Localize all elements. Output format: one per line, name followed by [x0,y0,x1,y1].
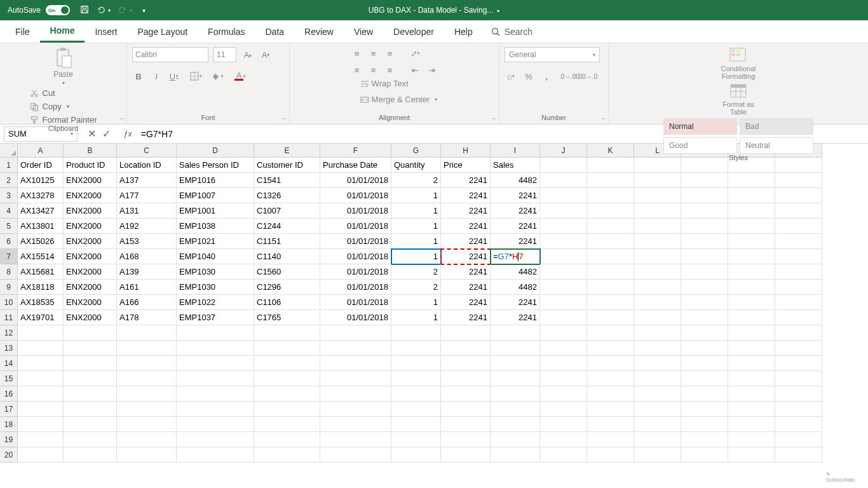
cell-E11[interactable]: C1765 [254,310,320,325]
cell-O15[interactable] [775,371,822,386]
percent-format-icon[interactable]: % [522,70,535,83]
cell-C20[interactable] [117,447,177,463]
cell-L10[interactable] [634,295,681,310]
cell-B1[interactable]: Product ID [64,158,117,173]
cell-N5[interactable] [728,219,775,234]
paste-button[interactable]: Paste ▾ [53,47,73,86]
row-header-16[interactable]: 16 [0,386,18,402]
cell-C12[interactable] [117,325,177,341]
redo-dropdown-icon[interactable]: ▾ [130,8,132,13]
cell-K16[interactable] [587,386,634,402]
cell-B3[interactable]: ENX2000 [64,188,117,203]
cell-J4[interactable] [540,203,587,219]
tab-home[interactable]: Home [40,20,85,43]
clipboard-launcher-icon[interactable]: ⌐ [121,115,124,121]
cell-E19[interactable] [254,432,320,447]
style-normal[interactable]: Normal [663,118,737,135]
cell-C14[interactable] [117,356,177,371]
cell-E2[interactable]: C1541 [254,173,320,188]
cell-H10[interactable]: 2241 [441,295,491,310]
number-format-combo[interactable]: General▾ [505,47,600,62]
cell-D6[interactable]: EMP1021 [177,234,254,249]
cell-M19[interactable] [681,432,728,447]
cell-O11[interactable] [775,310,822,325]
cell-H4[interactable]: 2241 [441,203,491,219]
cell-E3[interactable]: C1326 [254,188,320,203]
column-header-H[interactable]: H [441,144,491,158]
column-header-A[interactable]: A [18,144,64,158]
cell-H17[interactable] [441,402,491,417]
cell-F14[interactable] [320,356,391,371]
cell-B14[interactable] [64,356,117,371]
cell-D18[interactable] [177,417,254,432]
cut-button[interactable]: Cut [30,88,97,98]
cell-H11[interactable]: 2241 [441,310,491,325]
cell-H1[interactable]: Price [441,158,491,173]
cell-F18[interactable] [320,417,391,432]
cell-A7[interactable]: AX15514 [18,249,64,264]
cell-E13[interactable] [254,341,320,356]
cell-O17[interactable] [775,402,822,417]
cell-I10[interactable]: 2241 [491,295,540,310]
save-icon[interactable] [80,5,89,16]
cell-M10[interactable] [681,295,728,310]
row-header-6[interactable]: 6 [0,234,18,249]
cell-F5[interactable]: 01/01/2018 [320,219,391,234]
cell-A3[interactable]: AX13278 [18,188,64,203]
cell-G16[interactable] [391,386,441,402]
cell-N10[interactable] [728,295,775,310]
style-bad[interactable]: Bad [740,118,813,135]
cell-E15[interactable] [254,371,320,386]
cell-G8[interactable]: 2 [391,264,441,280]
cell-N13[interactable] [728,341,775,356]
cell-I16[interactable] [491,386,540,402]
cell-F4[interactable]: 01/01/2018 [320,203,391,219]
tab-view[interactable]: View [344,22,383,42]
cell-J18[interactable] [540,417,587,432]
cell-D13[interactable] [177,341,254,356]
cell-I1[interactable]: Sales [491,158,540,173]
row-header-13[interactable]: 13 [0,341,18,356]
row-header-2[interactable]: 2 [0,173,18,188]
cell-L8[interactable] [634,264,681,280]
cell-K13[interactable] [587,341,634,356]
cell-K4[interactable] [587,203,634,219]
cell-L11[interactable] [634,310,681,325]
cell-H14[interactable] [441,356,491,371]
column-header-B[interactable]: B [64,144,117,158]
cell-I17[interactable] [491,402,540,417]
cell-C19[interactable] [117,432,177,447]
redo-icon[interactable] [118,5,127,16]
format-as-table-button[interactable]: Format as Table [719,83,757,116]
cell-K2[interactable] [587,173,634,188]
cell-N16[interactable] [728,386,775,402]
cell-G3[interactable]: 1 [391,188,441,203]
cell-O18[interactable] [775,417,822,432]
tab-page-layout[interactable]: Page Layout [127,22,198,42]
cell-N6[interactable] [728,234,775,249]
cell-B10[interactable]: ENX2000 [64,295,117,310]
cell-C5[interactable]: A192 [117,219,177,234]
cell-G17[interactable] [391,402,441,417]
cell-J1[interactable] [540,158,587,173]
cell-E4[interactable]: C1007 [254,203,320,219]
tab-help[interactable]: Help [444,22,483,42]
cell-L1[interactable] [634,158,681,173]
cell-K14[interactable] [587,356,634,371]
cell-E17[interactable] [254,402,320,417]
cell-A12[interactable] [18,325,64,341]
underline-button[interactable]: U▾ [168,70,180,83]
cell-F6[interactable]: 01/01/2018 [320,234,391,249]
row-header-1[interactable]: 1 [0,158,18,173]
cell-K10[interactable] [587,295,634,310]
cell-I20[interactable] [491,447,540,463]
cell-J14[interactable] [540,356,587,371]
cell-D8[interactable]: EMP1030 [177,264,254,280]
cell-G12[interactable] [391,325,441,341]
cell-C18[interactable] [117,417,177,432]
column-header-C[interactable]: C [117,144,177,158]
cell-H8[interactable]: 2241 [441,264,491,280]
cell-G7[interactable]: 1 [391,249,441,264]
cell-F7[interactable]: 01/01/2018 [320,249,391,264]
cell-B4[interactable]: ENX2000 [64,203,117,219]
